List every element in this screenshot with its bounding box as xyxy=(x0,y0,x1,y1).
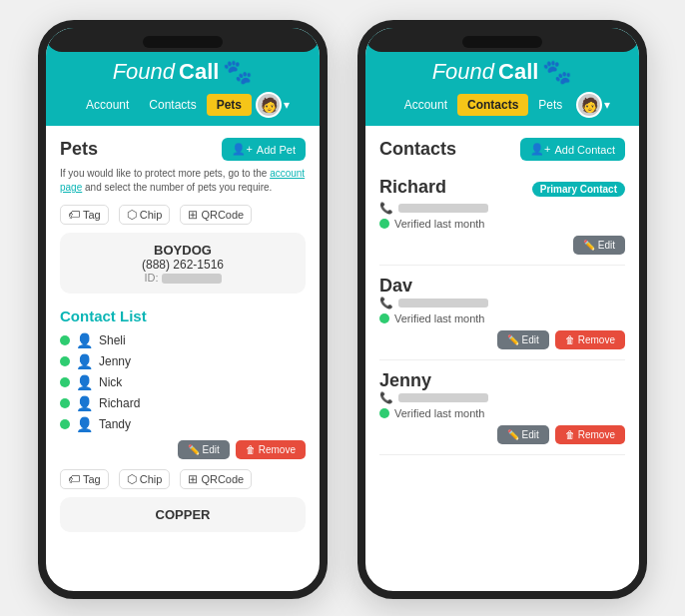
verified-text-jenny: Verified last month xyxy=(394,407,485,419)
tag-icon-2: 🏷 xyxy=(68,472,80,486)
actions-richard: ✏️ Edit xyxy=(379,236,625,255)
trash-icon-jenny: 🗑 xyxy=(565,429,575,440)
badge-primary-richard: Primary Contact xyxy=(532,182,625,197)
person-icon-4: 👤 xyxy=(76,395,93,411)
chip-button-1[interactable]: ⬡ Chip xyxy=(119,205,171,225)
title-row-right: Contacts 👤+ Add Contact xyxy=(379,138,625,161)
list-item: 👤 Jenny xyxy=(60,353,306,369)
notch-inner-left xyxy=(143,36,223,48)
add-contact-label: Add Contact xyxy=(554,144,615,156)
tag-button-2[interactable]: 🏷 Tag xyxy=(60,469,109,489)
avatar-chevron-right: ▾ xyxy=(604,98,610,112)
edit-label-left: Edit xyxy=(203,444,220,455)
nav-account-left[interactable]: Account xyxy=(76,94,139,116)
chip-icon-2: ⬡ xyxy=(127,472,137,486)
qr-button-1[interactable]: ⊞ QRCode xyxy=(180,205,252,225)
dot-green-jenny xyxy=(379,408,389,418)
nav-account-right[interactable]: Account xyxy=(394,94,457,116)
qr-label-1: QRCode xyxy=(201,209,244,221)
pet-phone: (888) 262-1516 xyxy=(74,258,292,272)
person-icon-5: 👤 xyxy=(76,416,93,432)
edit-label-richard: Edit xyxy=(598,240,615,251)
chip-button-2[interactable]: ⬡ Chip xyxy=(119,469,171,489)
phone-blur-dav xyxy=(398,299,488,308)
remove-button-jenny[interactable]: 🗑 Remove xyxy=(555,425,625,444)
nav-avatar-wrap-right[interactable]: 🧑 ▾ xyxy=(572,92,610,118)
phone-icon-richard: 📞 xyxy=(379,202,393,215)
pet-id-label: ID: xyxy=(144,272,158,284)
page-content-right: Contacts 👤+ Add Contact Richard Primary … xyxy=(365,126,639,591)
dot-green-1 xyxy=(60,335,70,345)
remove-button-left[interactable]: 🗑 Remove xyxy=(236,440,306,459)
logo-left: FoundCall 🐾 xyxy=(113,58,254,86)
edit-button-jenny[interactable]: ✏️ Edit xyxy=(497,425,549,444)
tag-row-2: 🏷 Tag ⬡ Chip ⊞ QRCode xyxy=(60,469,306,489)
contact-name-nick: Nick xyxy=(99,375,122,389)
remove-label-jenny: Remove xyxy=(578,429,615,440)
nav-contacts-left[interactable]: Contacts xyxy=(139,94,206,116)
contact-name-jenny: Jenny xyxy=(99,354,131,368)
edit-button-dav[interactable]: ✏️ Edit xyxy=(497,330,549,349)
logo-call-left: Call xyxy=(179,59,219,85)
contact-card-richard: Richard Primary Contact 📞 Verified last … xyxy=(379,167,625,266)
contact-verified-dav: Verified last month xyxy=(379,312,625,324)
pet-card-copper: COPPER xyxy=(60,497,306,532)
pet-id-row: ID: xyxy=(74,272,292,284)
action-row-left: ✏️ Edit 🗑 Remove xyxy=(60,440,306,459)
contact-list-left: 👤 Sheli 👤 Jenny 👤 Nick 👤 Richard 👤 xyxy=(60,332,306,432)
paw-icon-left: 🐾 xyxy=(223,58,253,86)
contact-card-jenny: Jenny 📞 Verified last month ✏️ Edit 🗑 Re… xyxy=(379,360,625,455)
pet-name: BOYDOG xyxy=(74,243,292,258)
dot-green-richard xyxy=(379,219,389,229)
contact-name-tandy: Tandy xyxy=(99,417,131,431)
contact-name-jenny-right: Jenny xyxy=(379,370,431,390)
notch-inner-right xyxy=(462,36,542,48)
qr-icon-2: ⊞ xyxy=(188,472,198,486)
contact-header-richard: Richard Primary Contact xyxy=(379,177,625,202)
contact-name-sheli: Sheli xyxy=(99,333,126,347)
page-title-right: Contacts xyxy=(379,139,456,160)
dot-green-dav xyxy=(379,313,389,323)
nav-pets-left[interactable]: Pets xyxy=(207,94,252,116)
edit-button-left[interactable]: ✏️ Edit xyxy=(178,440,230,459)
contact-verified-richard: Verified last month xyxy=(379,218,625,230)
dot-green-3 xyxy=(60,377,70,387)
logo-found-left: Found xyxy=(113,59,175,85)
edit-icon-left: ✏️ xyxy=(188,444,200,455)
pet-id-blur xyxy=(162,274,222,284)
edit-button-richard[interactable]: ✏️ Edit xyxy=(573,236,625,255)
contact-list-title: Contact List xyxy=(60,308,306,324)
contact-phone-richard: 📞 xyxy=(379,202,625,215)
contact-card-dav: Dav 📞 Verified last month ✏️ Edit 🗑 Remo… xyxy=(379,266,625,360)
contact-name-richard-right: Richard xyxy=(379,177,446,198)
tag-icon-1: 🏷 xyxy=(68,208,80,222)
edit-label-jenny: Edit xyxy=(522,429,539,440)
nav-contacts-right[interactable]: Contacts xyxy=(457,94,528,116)
tag-button-1[interactable]: 🏷 Tag xyxy=(60,205,109,225)
person-icon-2: 👤 xyxy=(76,353,93,369)
phone-blur-richard xyxy=(398,204,488,213)
nav-pets-right[interactable]: Pets xyxy=(528,94,572,116)
title-row-left: Pets 👤+ Add Pet xyxy=(60,138,306,161)
info-text-part2: and select the number of pets you requir… xyxy=(82,182,272,193)
add-pet-button[interactable]: 👤+ Add Pet xyxy=(222,138,306,161)
qr-button-2[interactable]: ⊞ QRCode xyxy=(180,469,252,489)
list-item: 👤 Richard xyxy=(60,395,306,411)
phone-left: FoundCall 🐾 Account Contacts Pets 🧑 ▾ Pe… xyxy=(38,20,328,599)
chip-label-2: Chip xyxy=(140,473,163,485)
remove-button-dav[interactable]: 🗑 Remove xyxy=(555,330,625,349)
dot-green-2 xyxy=(60,356,70,366)
plus-icon-left: 👤+ xyxy=(232,143,252,156)
actions-jenny: ✏️ Edit 🗑 Remove xyxy=(379,425,625,444)
nav-avatar-wrap-left[interactable]: 🧑 ▾ xyxy=(252,92,290,118)
trash-icon-left: 🗑 xyxy=(246,444,256,455)
edit-icon-jenny: ✏️ xyxy=(507,429,519,440)
copper-name: COPPER xyxy=(74,507,292,522)
add-contact-button[interactable]: 👤+ Add Contact xyxy=(520,138,625,161)
trash-icon-dav: 🗑 xyxy=(565,334,575,345)
list-item: 👤 Sheli xyxy=(60,332,306,348)
logo-right: FoundCall 🐾 xyxy=(432,58,573,86)
edit-label-dav: Edit xyxy=(522,334,539,345)
edit-icon-dav: ✏️ xyxy=(507,334,519,345)
phone-icon-dav: 📞 xyxy=(379,297,393,309)
